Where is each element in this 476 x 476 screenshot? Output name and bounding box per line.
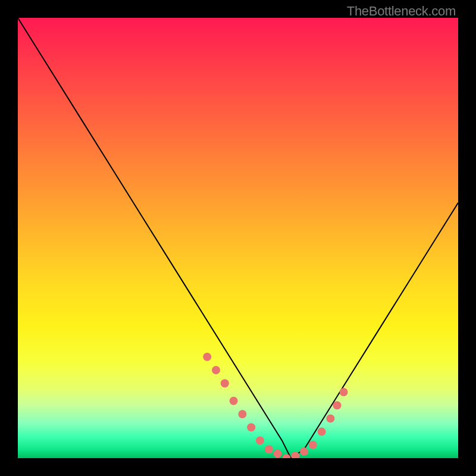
- marker-dot: [274, 450, 282, 458]
- chart-svg: [18, 18, 458, 458]
- marker-dot: [256, 436, 264, 444]
- marker-dot: [300, 447, 308, 456]
- marker-dot: [247, 423, 255, 431]
- watermark-text: TheBottleneck.com: [347, 4, 456, 19]
- marker-dot: [238, 410, 246, 418]
- marker-dot: [340, 388, 348, 396]
- marker-dot: [318, 428, 326, 436]
- chart-frame: TheBottleneck.com: [0, 0, 476, 476]
- plot-area: [18, 18, 458, 458]
- marker-dot: [212, 366, 220, 374]
- marker-dot: [309, 441, 317, 449]
- bottleneck-curve: [18, 18, 458, 458]
- marker-dot: [221, 379, 229, 387]
- marker-dot: [203, 353, 211, 361]
- marker-dot: [333, 401, 342, 409]
- marker-dots: [203, 353, 347, 458]
- marker-dot: [230, 397, 238, 405]
- marker-dot: [326, 414, 334, 422]
- marker-dot: [265, 445, 273, 453]
